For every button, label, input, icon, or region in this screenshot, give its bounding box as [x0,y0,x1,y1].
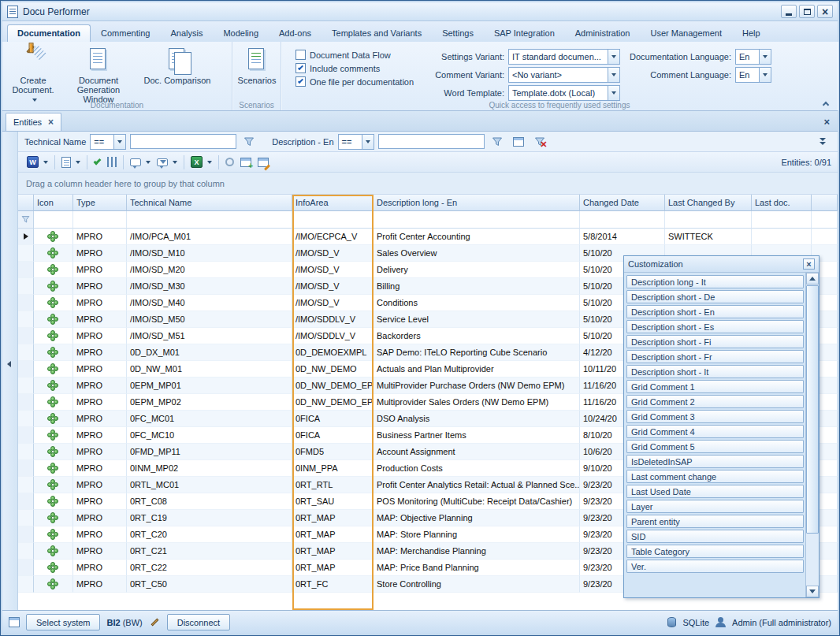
column-header-description-long-en[interactable]: Description long - En [374,195,580,211]
ribbon-collapse-button[interactable] [820,99,831,108]
language-combo-documentation-language[interactable]: En [735,49,771,65]
edit-system-icon[interactable] [151,619,158,627]
filter-cell[interactable] [73,211,127,229]
customization-item-description-short-en[interactable]: Description short - En [626,305,804,318]
customization-item-description-short-fi[interactable]: Description short - Fi [626,335,804,348]
combo-dropdown-button[interactable] [362,135,374,149]
filter-options-button[interactable] [814,133,831,150]
close-button[interactable]: × [817,5,833,18]
description-input[interactable] [378,134,485,149]
customization-item-table-category[interactable]: Table Category [626,545,804,558]
menu-tab-templates-and-variants[interactable]: Templates and Variants [322,24,432,42]
column-header-technical-name[interactable]: Technical Name [127,195,292,211]
customization-item-last-used-date[interactable]: Last Used Date [626,485,804,498]
field-chooser-button[interactable] [510,133,527,150]
checkbox-include-comments[interactable]: Include comments [295,63,426,73]
maximize-button[interactable] [799,5,815,18]
technical-name-operator-combo[interactable]: == [90,134,126,150]
description-operator-combo[interactable]: == [338,134,374,150]
menu-tab-add-ons[interactable]: Add-ons [269,24,322,42]
description-filter-button[interactable] [489,133,506,150]
checkbox-one-file-per-documentation[interactable]: One file per documentation [295,76,426,87]
column-header-infoarea[interactable]: InfoArea [292,195,374,211]
validate-button[interactable] [91,154,103,170]
customization-item-description-short-it[interactable]: Description short - It [626,365,804,378]
customization-header[interactable]: Customization × [624,256,819,273]
checkbox-box[interactable] [295,76,306,87]
column-header-last-doc[interactable]: Last doc. [752,195,812,211]
table-row[interactable]: MPRO/IMO/PCA_M01/IMO/ECPCA_VProfit Cente… [18,229,838,245]
customization-item-grid-comment-3[interactable]: Grid Comment 3 [626,410,804,423]
scenarios-button[interactable]: Scenarios [236,45,278,87]
menu-tab-documentation[interactable]: Documentation [7,24,91,42]
customization-item-layer[interactable]: Layer [626,500,804,513]
refresh-button[interactable] [223,154,236,170]
combo-dropdown-button[interactable] [608,50,619,64]
combo-dropdown-button[interactable] [113,135,125,149]
export-excel-button[interactable]: X [188,154,214,170]
comment-filter-button[interactable] [154,154,180,170]
scroll-up-button[interactable] [806,273,819,285]
left-splitter[interactable] [2,132,18,610]
filter-cell[interactable] [127,211,292,229]
comment-button[interactable] [128,154,153,170]
combo-dropdown-button[interactable] [608,86,619,100]
columns-button[interactable] [105,154,119,170]
tab-entities[interactable]: Entities × [6,113,61,131]
customization-item-sid[interactable]: SID [626,530,804,543]
menu-tab-modeling[interactable]: Modeling [213,24,269,42]
menu-tab-settings[interactable]: Settings [432,24,484,42]
scrollbar-thumb[interactable] [806,285,819,534]
checkbox-box[interactable] [295,50,306,60]
filter-cell[interactable] [34,211,73,229]
checkbox-box[interactable] [295,63,306,73]
table-settings-button[interactable] [255,154,271,170]
table-add-button[interactable] [238,154,254,170]
user-label[interactable]: Admin (Full administrator) [732,618,831,627]
disconnect-button[interactable]: Disconnect [167,614,230,630]
menu-tab-commenting[interactable]: Commenting [91,24,160,42]
filter-cell[interactable] [292,211,374,229]
customization-item-description-short-es[interactable]: Description short - Es [626,320,804,333]
column-header-changed-date[interactable]: Changed Date [580,195,665,211]
clear-filter-button[interactable]: ✕ [531,133,548,150]
column-header-icon[interactable]: Icon [34,195,73,211]
field-combo-settings-variant[interactable]: IT standard documen... [508,49,620,65]
generate-document-button[interactable] [59,154,83,170]
database-label[interactable]: SQLite [682,618,709,627]
customization-scrollbar[interactable] [805,273,819,597]
select-system-button[interactable]: Select system [26,614,100,630]
log-icon[interactable] [9,617,20,627]
doc-comparison-button[interactable]: Doc. Comparison [136,45,218,87]
filter-cell[interactable] [665,211,752,229]
minimize-button[interactable] [781,5,797,18]
filter-cell[interactable] [374,211,580,229]
customization-item-grid-comment-5[interactable]: Grid Comment 5 [626,440,804,453]
document-generation-window-button[interactable]: Document Generation Window [61,45,136,106]
close-panel-button[interactable]: × [819,116,834,128]
customization-item-isdeletedinsap[interactable]: IsDeletedInSAP [626,455,804,468]
scroll-down-button[interactable] [806,586,819,597]
language-combo-comment-language[interactable]: En [735,67,771,83]
combo-dropdown-button[interactable] [759,68,771,82]
combo-dropdown-button[interactable] [759,50,771,64]
checkbox-document-data-flow[interactable]: Document Data Flow [295,50,426,60]
customization-item-grid-comment-4[interactable]: Grid Comment 4 [626,425,804,438]
customization-item-grid-comment-2[interactable]: Grid Comment 2 [626,395,804,408]
tab-close-icon[interactable]: × [48,117,54,127]
menu-tab-user-management[interactable]: User Management [640,24,732,42]
filter-cell[interactable] [580,211,665,229]
column-header-last-changed-by[interactable]: Last Changed By [665,195,752,211]
menu-tab-administration[interactable]: Administration [565,24,641,42]
customization-item-last-comment-change[interactable]: Last comment change [626,470,804,483]
menu-tab-analysis[interactable]: Analysis [160,24,213,42]
customization-item-description-short-fr[interactable]: Description short - Fr [626,350,804,363]
combo-dropdown-button[interactable] [608,68,619,82]
technical-name-filter-button[interactable] [240,133,258,150]
technical-name-input[interactable] [130,134,236,149]
customization-item-description-short-de[interactable]: Description short - De [626,290,804,303]
export-word-button[interactable]: W [24,154,50,170]
create-document-button[interactable]: Create Document. [6,45,61,106]
customization-item-grid-comment-1[interactable]: Grid Comment 1 [626,380,804,393]
column-header-type[interactable]: Type [73,195,127,211]
